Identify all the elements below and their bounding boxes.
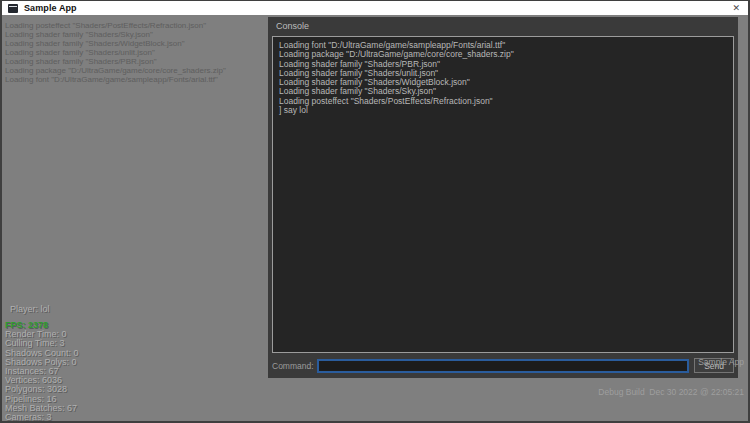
startup-log-line: Loading shader family "Shaders/Sky.json"	[5, 30, 226, 39]
startup-log-line: Loading shader family "Shaders/PBR.json"	[5, 57, 226, 66]
build-info: Sample App Debug Build Dec 30 2022 @ 22:…	[598, 337, 744, 417]
footer-app-name: Sample App	[598, 357, 744, 367]
close-icon[interactable]: ✕	[732, 1, 740, 15]
app-window: Sample App ✕ Loading posteffect "Shaders…	[0, 0, 750, 423]
console-title: Console	[268, 17, 738, 35]
startup-log: Loading posteffect "Shaders/PostEffects/…	[5, 21, 226, 84]
startup-log-line: Loading shader family "Shaders/WidgetBlo…	[5, 39, 226, 48]
titlebar: Sample App ✕	[2, 1, 748, 15]
main-content: Loading posteffect "Shaders/PostEffects/…	[2, 15, 748, 421]
app-icon	[8, 4, 18, 13]
window-title: Sample App	[24, 3, 77, 13]
stat-line: Cameras: 3	[5, 413, 86, 421]
footer-build-line: Debug Build Dec 30 2022 @ 22:05:21	[598, 387, 744, 397]
console-line: ] say lol	[279, 106, 727, 115]
startup-log-line: Loading font "D:/UltraGame/game/sampleap…	[5, 75, 226, 84]
command-label: Command:	[272, 361, 314, 371]
startup-log-line: Loading package "D:/UltraGame/game/core/…	[5, 66, 226, 75]
player-label: Player: lol	[10, 304, 50, 314]
stats-panel: FPS: 2378 Render Time: 0 Culling Time: 3…	[5, 321, 86, 421]
startup-log-line: Loading shader family "Shaders/unlit.jso…	[5, 48, 226, 57]
startup-log-line: Loading posteffect "Shaders/PostEffects/…	[5, 21, 226, 30]
console-panel: Console Loading font "D:/UltraGame/game/…	[268, 17, 738, 378]
console-log[interactable]: Loading font "D:/UltraGame/game/sampleap…	[272, 36, 734, 353]
stats-lines: Render Time: 0 Culling Time: 3 Shadows C…	[5, 330, 86, 421]
console-line: Loading posteffect "Shaders/PostEffects/…	[279, 97, 727, 106]
